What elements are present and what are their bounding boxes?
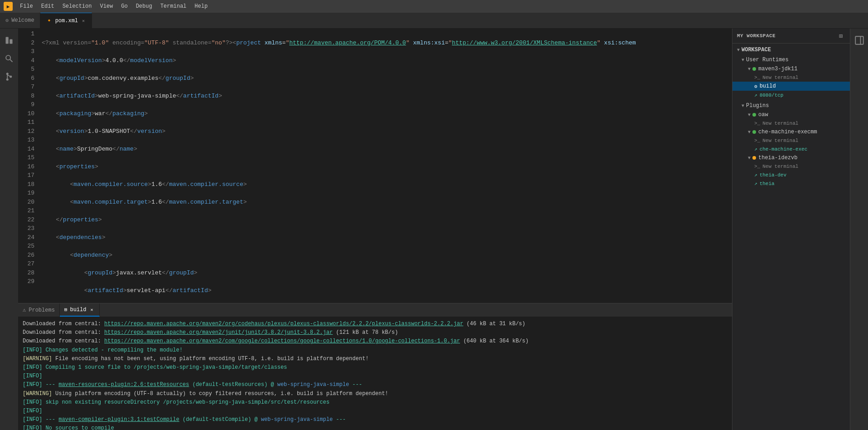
che-mm-label: che-machine-execmm bbox=[758, 129, 817, 135]
menu-view[interactable]: View bbox=[96, 2, 116, 10]
maven3-chevron: ▼ bbox=[748, 67, 751, 72]
user-runtimes-label: User Runtimes bbox=[746, 57, 789, 63]
menu-terminal[interactable]: Terminal bbox=[157, 2, 190, 10]
term-line-8: [INFO] --- maven-resources-plugin:2.6:te… bbox=[23, 381, 727, 389]
oaw-terminal-icon: >_ bbox=[754, 121, 760, 126]
term-line-2: Downloaded from central: https://repo.ma… bbox=[23, 328, 727, 337]
activity-bar bbox=[0, 29, 18, 430]
theia-dev-label: theia-dev bbox=[760, 172, 786, 178]
che-machine-exec[interactable]: ↗ che-machine-exec bbox=[732, 145, 850, 153]
editor-area: 12345 678910 1112131415 1617181920 21222… bbox=[18, 29, 732, 430]
problems-icon: ⚠ bbox=[23, 307, 26, 313]
maven3-status-dot bbox=[752, 67, 756, 71]
svg-line-3 bbox=[10, 59, 13, 62]
term-line-10: [INFO] skip non existing resourceDirecto… bbox=[23, 398, 727, 407]
terminal-output[interactable]: Downloaded from central: https://repo.ma… bbox=[18, 317, 732, 430]
term-line-12: [INFO] --- maven-compiler-plugin:3.1:tes… bbox=[23, 415, 727, 424]
theia-label: theia bbox=[760, 181, 775, 186]
che-mm-new-terminal-label: New terminal bbox=[762, 138, 798, 143]
user-runtimes-header[interactable]: ▼ User Runtimes bbox=[732, 55, 850, 64]
build-label: build bbox=[760, 83, 776, 89]
tab-build-label: build bbox=[70, 307, 86, 313]
plugins-header[interactable]: ▼ Plugins bbox=[732, 101, 850, 110]
oaw-status-dot bbox=[752, 113, 756, 117]
source-control-icon[interactable] bbox=[1, 68, 17, 85]
oaw-chevron: ▼ bbox=[748, 112, 751, 117]
plugins-section: ▼ Plugins ▼ oaw >_ New terminal ▼ bbox=[732, 100, 850, 189]
welcome-icon: ⊙ bbox=[5, 17, 9, 24]
workspace-title: MY WORKSPACE bbox=[737, 33, 776, 39]
svg-point-2 bbox=[6, 55, 10, 60]
term-line-6: [INFO] Compiling 1 source file to /proje… bbox=[23, 363, 727, 372]
maven3-port[interactable]: ↗ 8080/tcp bbox=[732, 91, 850, 99]
right-top-bar bbox=[850, 29, 868, 430]
maven3-port-label: 8080/tcp bbox=[760, 93, 784, 98]
maven3-build[interactable]: ⚙ build bbox=[732, 82, 850, 91]
theia-terminal-icon: >_ bbox=[754, 164, 760, 169]
tab-pom-close[interactable]: ✕ bbox=[81, 18, 86, 24]
theia-idezvb-label: theia-idezvb bbox=[758, 155, 797, 161]
maven3-new-terminal[interactable]: >_ New terminal bbox=[732, 73, 850, 82]
theia-port[interactable]: ↗ theia bbox=[732, 179, 850, 188]
menu-bar: ▶ File Edit Selection View Go Debug Term… bbox=[0, 0, 868, 13]
che-mm-new-terminal[interactable]: >_ New terminal bbox=[732, 137, 850, 145]
workspace-header: MY WORKSPACE ⊞ bbox=[732, 29, 850, 44]
menu-debug[interactable]: Debug bbox=[132, 2, 156, 10]
term-line-4: [INFO] Changes detected - recompiling th… bbox=[23, 346, 727, 355]
plugin-oaw[interactable]: ▼ oaw bbox=[732, 110, 850, 119]
term-line-13: [INFO] No sources to compile bbox=[23, 424, 727, 430]
svg-point-5 bbox=[6, 78, 9, 81]
panel-tabs: ⚠ Problems ⊞ build ✕ bbox=[18, 303, 732, 317]
workspace-tree[interactable]: ▼ WORKSPACE ▼ User Runtimes ▼ maven3-jdk… bbox=[732, 44, 850, 430]
tab-welcome-label: Welcome bbox=[11, 17, 34, 24]
runtime-maven3[interactable]: ▼ maven3-jdk11 bbox=[732, 64, 850, 73]
terminal-icon: ⊞ bbox=[64, 307, 68, 313]
code-editor[interactable]: 12345 678910 1112131415 1617181920 21222… bbox=[18, 29, 732, 303]
maven3-terminal-icon: >_ bbox=[754, 75, 760, 80]
workspace-section-label: WORKSPACE bbox=[742, 47, 771, 53]
theia-dev-link-icon: ↗ bbox=[754, 172, 757, 178]
user-runtimes-chevron: ▼ bbox=[742, 58, 744, 63]
port-link-icon: ↗ bbox=[754, 92, 757, 98]
che-mm-chevron: ▼ bbox=[748, 130, 751, 135]
workspace-expand-icon[interactable]: ⊞ bbox=[836, 31, 845, 40]
tab-build-close[interactable]: ✕ bbox=[89, 307, 94, 313]
workspace-panel: MY WORKSPACE ⊞ ▼ WORKSPACE ▼ User Runtim… bbox=[732, 29, 850, 430]
search-icon[interactable] bbox=[1, 50, 17, 67]
oaw-new-terminal[interactable]: >_ New terminal bbox=[732, 119, 850, 127]
tab-pom[interactable]: 🔸 pom.xml ✕ bbox=[40, 13, 92, 28]
right-panel-icon[interactable] bbox=[851, 32, 868, 49]
user-runtimes-section: ▼ User Runtimes ▼ maven3-jdk11 >_ New te… bbox=[732, 54, 850, 100]
svg-point-4 bbox=[6, 73, 9, 75]
workspace-section-header[interactable]: ▼ WORKSPACE bbox=[732, 45, 850, 54]
svg-rect-9 bbox=[855, 36, 863, 44]
che-exec-link-icon: ↗ bbox=[754, 146, 757, 152]
theia-new-terminal-label: New terminal bbox=[762, 164, 798, 169]
pom-icon: 🔸 bbox=[46, 17, 53, 24]
plugin-che-machine-execmm[interactable]: ▼ che-machine-execmm bbox=[732, 127, 850, 137]
menu-file[interactable]: File bbox=[16, 2, 37, 10]
theia-dev-port[interactable]: ↗ theia-dev bbox=[732, 171, 850, 179]
menu-go[interactable]: Go bbox=[117, 2, 131, 10]
code-content[interactable]: <?xml version="1.0" encoding="UTF-8" sta… bbox=[38, 29, 732, 303]
tab-problems[interactable]: ⚠ Problems bbox=[18, 303, 60, 317]
tab-welcome[interactable]: ⊙ Welcome bbox=[0, 13, 40, 28]
plugin-theia-idezvb[interactable]: ▼ theia-idezvb bbox=[732, 153, 850, 162]
term-line-1: Downloaded from central: https://repo.ma… bbox=[23, 320, 727, 328]
tab-problems-label: Problems bbox=[29, 307, 55, 313]
oaw-label: oaw bbox=[758, 112, 768, 118]
oaw-new-terminal-label: New terminal bbox=[762, 121, 798, 126]
tab-build[interactable]: ⊞ build ✕ bbox=[60, 303, 100, 317]
build-icon: ⚙ bbox=[754, 83, 757, 89]
theia-link-icon: ↗ bbox=[754, 181, 757, 186]
menu-selection[interactable]: Selection bbox=[59, 2, 96, 10]
menu-help[interactable]: Help bbox=[191, 2, 211, 10]
term-line-3: Downloaded from central: https://repo.ma… bbox=[23, 337, 727, 346]
theia-new-terminal[interactable]: >_ New terminal bbox=[732, 162, 850, 171]
tab-pom-label: pom.xml bbox=[55, 18, 78, 24]
term-line-5: [WARNING] File encoding has not been set… bbox=[23, 355, 727, 363]
app-logo: ▶ bbox=[4, 2, 13, 11]
che-mm-terminal-icon: >_ bbox=[754, 138, 760, 143]
explorer-icon[interactable] bbox=[1, 32, 17, 49]
menu-edit[interactable]: Edit bbox=[38, 2, 58, 10]
